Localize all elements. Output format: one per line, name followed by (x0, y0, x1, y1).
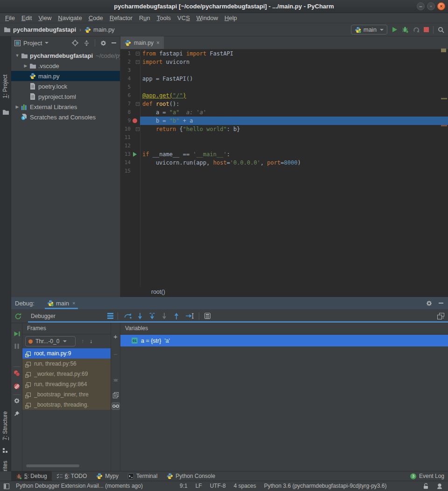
code-text[interactable] (140, 167, 448, 175)
caret-position[interactable]: 9:1 (180, 483, 188, 489)
project-panel-title[interactable]: Project (23, 40, 42, 47)
close-icon[interactable]: × (72, 300, 75, 306)
gutter-line-10[interactable]: 10 (120, 125, 140, 133)
warning-stripe-mark[interactable] (441, 98, 447, 99)
step-into-button[interactable] (137, 309, 143, 323)
gutter-line-12[interactable]: 12 (120, 142, 140, 150)
frame-worker-thread-py-69[interactable]: _worker, thread.py:69 (22, 369, 111, 379)
python-interpreter[interactable]: Python 3.6 (pycharmdebugfastapi-9cdjtyrg… (264, 483, 387, 489)
gear-icon[interactable] (100, 40, 106, 46)
evaluate-expression-button[interactable] (204, 309, 210, 323)
run-config-select[interactable]: main (351, 25, 387, 35)
run-to-cursor-button[interactable] (186, 309, 194, 323)
tree-item-poetry-lock[interactable]: poetry.lock (11, 81, 120, 91)
step-out-button[interactable] (174, 309, 179, 323)
code-text[interactable]: @app.get("/") (140, 91, 448, 100)
coverage-button[interactable] (413, 27, 420, 33)
gutter-line-3[interactable]: 3 (120, 66, 140, 75)
gutter-line-4[interactable]: 4 (120, 75, 140, 83)
indent-style[interactable]: 4 spaces (234, 483, 256, 489)
close-button[interactable]: × (437, 2, 445, 10)
move-up-icon[interactable] (113, 372, 118, 379)
tool-button-6-todo[interactable]: 6: TODO (52, 471, 92, 481)
file-encoding[interactable]: UTF-8 (210, 483, 226, 489)
code-text[interactable] (140, 133, 448, 142)
gutter-line-9[interactable]: 9 (120, 117, 140, 125)
tool-window-toggle-icon[interactable] (4, 484, 9, 489)
tool-button-project[interactable]: 1: Project (2, 75, 8, 98)
editor-tab-main-py[interactable]: main.py × (120, 36, 164, 49)
code-text[interactable]: return {"hello world": b} (140, 125, 448, 133)
expand-arrow-icon[interactable]: ▶ (14, 104, 21, 109)
gutter-line-6[interactable]: 6 (120, 91, 140, 100)
breakpoint-icon[interactable] (133, 118, 137, 123)
locate-file-icon[interactable] (72, 40, 78, 46)
tree-item-pycharmdebugfastapi[interactable]: ▼pycharmdebugfastapi~/code/pycharmdebugf… (11, 50, 120, 61)
menu-refactor[interactable]: Refactor (106, 14, 136, 21)
duplicate-watch-icon[interactable] (112, 392, 119, 398)
resume-button[interactable] (13, 331, 20, 337)
pause-button[interactable] (14, 344, 19, 349)
tool-button-terminal[interactable]: Terminal (123, 471, 162, 481)
fold-icon[interactable] (136, 60, 140, 64)
code-text[interactable]: from fastapi import FastAPI (140, 49, 448, 58)
threads-view-icon[interactable] (107, 309, 113, 323)
code-text[interactable]: if __name__ == '__main__': (140, 150, 448, 159)
menu-navigate[interactable]: Navigate (55, 14, 85, 21)
breadcrumb-file[interactable]: main.py (93, 26, 115, 33)
gutter-line-5[interactable]: 5 (120, 83, 140, 91)
menu-run[interactable]: Run (136, 14, 154, 21)
tool-button-mypy[interactable]: Mypy (91, 471, 123, 481)
show-watches-toggle[interactable] (112, 402, 120, 410)
gutter-line-14[interactable]: 14 (120, 159, 140, 167)
code-text[interactable] (140, 142, 448, 150)
lock-icon[interactable] (423, 483, 428, 489)
hide-panel-icon[interactable] (112, 42, 116, 43)
breadcrumb-project[interactable]: pycharmdebugfastapi (13, 26, 76, 33)
expand-arrow-icon[interactable]: ▶ (22, 63, 29, 68)
frame-bootstrap-threading[interactable]: _bootstrap, threading. (22, 400, 111, 410)
tool-button-5-debug[interactable]: 5: Debug (11, 471, 52, 481)
editor-breadcrumb[interactable]: root() (120, 287, 448, 297)
code-text[interactable]: a = "a" a: 'a' (140, 108, 448, 117)
debug-session-tab[interactable]: main × (45, 297, 78, 309)
frame-run-thread-py-56[interactable]: run, thread.py:56 (22, 359, 111, 369)
force-step-into-button[interactable] (149, 309, 155, 323)
tab-debugger[interactable]: Debugger (27, 309, 448, 323)
tree-item-pyproject-toml[interactable]: pyproject.toml (11, 91, 120, 102)
gutter-line-1[interactable]: 1 (120, 49, 140, 58)
code-text[interactable]: import uvicorn (140, 58, 448, 66)
breakpoint-stripe-mark[interactable] (441, 125, 447, 126)
gutter-line-11[interactable]: 11 (120, 133, 140, 142)
step-over-button[interactable] (124, 309, 132, 323)
run-line-icon[interactable] (133, 152, 137, 157)
menu-view[interactable]: View (35, 14, 55, 21)
search-icon[interactable] (438, 27, 444, 33)
minimize-button[interactable]: – (417, 2, 425, 10)
menu-code[interactable]: Code (85, 14, 106, 21)
tree-item-external-libraries[interactable]: ▶External Libraries (11, 102, 120, 112)
restore-layout-icon[interactable] (437, 309, 444, 323)
mute-breakpoints-button[interactable] (13, 383, 20, 390)
previous-frame-icon[interactable]: ↑ (81, 338, 84, 345)
line-separator[interactable]: LF (196, 483, 202, 489)
tool-button-python-console[interactable]: Python Console (162, 471, 220, 481)
pin-icon[interactable] (14, 411, 20, 417)
hide-panel-icon[interactable] (439, 303, 443, 304)
horizontal-scrollbar[interactable] (26, 464, 79, 467)
code-text[interactable]: def root(): (140, 100, 448, 108)
thread-selector[interactable]: Thr...-0_0 (25, 336, 76, 346)
tree-item-main-py[interactable]: main.py (11, 71, 120, 81)
event-log-button[interactable]: 3 Event Log (410, 473, 444, 479)
code-text[interactable] (140, 66, 448, 75)
gutter-line-7[interactable]: 7 (120, 100, 140, 108)
hector-inspections-icon[interactable] (437, 483, 442, 489)
settings-gear-icon[interactable] (14, 398, 20, 404)
stop-button[interactable] (424, 27, 429, 32)
run-button[interactable] (392, 27, 398, 33)
menu-window[interactable]: Window (193, 14, 221, 21)
gutter-line-15[interactable]: 15 (120, 167, 140, 175)
collapse-all-icon[interactable] (84, 40, 90, 46)
gutter-line-2[interactable]: 2 (120, 58, 140, 66)
menu-help[interactable]: Help (221, 14, 240, 21)
